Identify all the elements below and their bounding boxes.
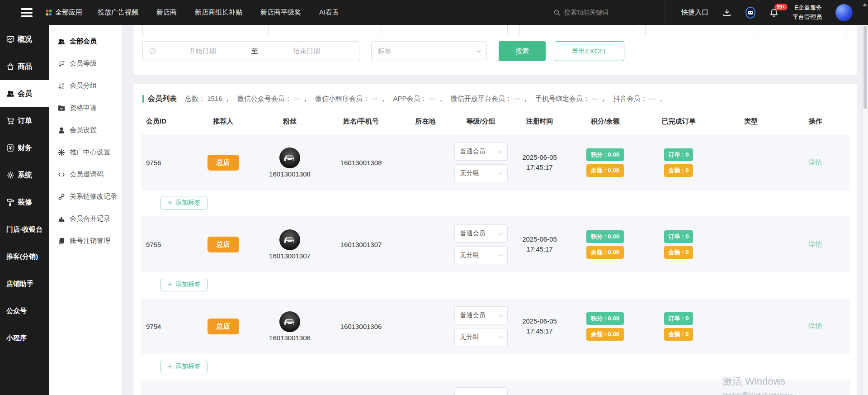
filter-input[interactable] xyxy=(394,25,508,35)
submenu-item-label: 会员等级 xyxy=(70,59,97,68)
date-range-picker[interactable]: 开始日期 至 结束日期 xyxy=(142,41,359,61)
orders-cell: 订单 : 0金额 : 0 xyxy=(640,230,717,259)
all-apps-button[interactable]: 全部应用 xyxy=(45,8,82,17)
navbar-menu-item-5[interactable]: AI看舌 xyxy=(319,8,339,17)
submenu-item-label: 推广中心设置 xyxy=(70,148,110,157)
add-tag-button[interactable]: 添加标签 xyxy=(160,360,208,373)
svg-text:Z: Z xyxy=(62,86,64,89)
submenu-item-关系链修改记录[interactable]: 关系链修改记录 xyxy=(49,186,122,208)
sidebar-item-装修[interactable]: 装修 xyxy=(0,189,49,216)
detail-link[interactable]: 详情 xyxy=(809,322,822,330)
sidebar-item-店铺助手[interactable]: 店铺助手 xyxy=(0,270,49,297)
group-select[interactable]: 无分组 xyxy=(454,328,508,346)
filter-input[interactable] xyxy=(142,25,256,35)
submenu-item-会员等级[interactable]: 会员等级 xyxy=(49,52,122,75)
column-header-推荐人: 推荐人 xyxy=(190,117,256,126)
filter-input[interactable] xyxy=(268,25,382,35)
filter-input[interactable] xyxy=(645,25,759,35)
chevron-down-icon xyxy=(498,171,504,176)
column-header-会员ID: 会员ID xyxy=(141,117,190,126)
sidebar-item-系统[interactable]: 系统 xyxy=(0,162,49,189)
add-tag-button[interactable]: 添加标签 xyxy=(160,278,208,291)
vertical-scrollbar[interactable] xyxy=(862,25,868,395)
submenu-item-会员邀请码[interactable]: 会员邀请码 xyxy=(49,163,122,186)
sidebar-item-小程序[interactable]: 小程序 xyxy=(0,324,49,352)
search-button[interactable]: 搜索 xyxy=(499,41,546,61)
tag-select[interactable]: 标签 xyxy=(371,41,487,61)
assistant-icon[interactable] xyxy=(745,8,755,18)
group-select-value: 无分组 xyxy=(460,333,479,341)
balance-badge: 余额 : 0.00 xyxy=(586,246,624,259)
tag-row: 添加标签 xyxy=(141,190,850,216)
sidebar-item-公众号[interactable]: 公众号 xyxy=(0,297,49,324)
member-avatar[interactable] xyxy=(279,229,300,250)
order-icon xyxy=(6,117,14,125)
navbar-menu-item-3[interactable]: 新店商组长补贴 xyxy=(195,8,242,17)
navbar-menu-item-1[interactable]: 投放广告视频 xyxy=(98,8,138,17)
tag-select-placeholder: 标签 xyxy=(378,47,392,56)
export-excel-button[interactable]: 导出EXCEL xyxy=(555,41,624,61)
group-select[interactable]: 无分组 xyxy=(454,164,508,182)
submenu-item-会员分组[interactable]: AZ会员分组 xyxy=(49,75,122,97)
system-icon xyxy=(6,171,14,179)
level-wrap: 普通会员无分组 xyxy=(453,306,509,346)
scrollbar-up-arrow[interactable] xyxy=(863,3,867,6)
level-group-cell: 普通会员无分组 xyxy=(453,224,509,264)
level-select[interactable]: 普通会员 xyxy=(454,143,508,161)
filter-input[interactable] xyxy=(771,25,848,35)
account-info[interactable]: E企盈服务 平台管理员 xyxy=(793,3,822,21)
goods-icon xyxy=(6,62,14,71)
all-apps-label: 全部应用 xyxy=(55,8,82,17)
group-select[interactable]: 无分组 xyxy=(454,246,508,264)
level-select[interactable]: 普通会员 xyxy=(454,224,508,243)
detail-link[interactable]: 详情 xyxy=(809,158,822,166)
notifications-bell-icon[interactable]: 99+ xyxy=(769,8,779,18)
submenu-item-全部会员[interactable]: 全部会员 xyxy=(49,30,122,52)
submenu-item-推广中心设置[interactable]: 推广中心设置 xyxy=(49,141,122,163)
sidebar-item-推客(分销)[interactable]: 推客(分销) xyxy=(0,243,49,270)
submenu-item-会员合并记录[interactable]: 会员合并记录 xyxy=(49,208,122,230)
detail-link[interactable]: 详情 xyxy=(809,240,822,248)
sidebar-item-门店-收银台[interactable]: 门店-收银台 xyxy=(0,216,49,243)
action-cell: 详情 xyxy=(785,158,846,167)
level-select[interactable] xyxy=(454,387,508,395)
overview-icon xyxy=(6,35,14,43)
search-icon xyxy=(553,9,561,16)
sidebar-item-订单[interactable]: 订单 xyxy=(0,107,49,134)
level-group-cell xyxy=(453,387,509,395)
submenu-item-会员设置[interactable]: 会员设置 xyxy=(49,119,122,141)
quick-entry-link[interactable]: 快捷入口 xyxy=(681,8,708,17)
tag-row: 添加标签 xyxy=(141,272,850,298)
column-header-注册时间: 注册时间 xyxy=(509,117,570,126)
submenu-item-label: 会员邀请码 xyxy=(70,170,104,179)
hamburger-menu-icon[interactable] xyxy=(21,6,33,19)
table-header-row: 会员ID推荐人粉丝姓名/手机号所在地等级/分组注册时间积分/余额已完成订单类型操… xyxy=(141,108,850,134)
amount-badge: 金额 : 0 xyxy=(664,246,693,259)
member-avatar[interactable] xyxy=(279,311,300,332)
scrollbar-thumb[interactable] xyxy=(863,26,867,109)
sidebar-item-财务[interactable]: 财务 xyxy=(0,134,49,162)
download-icon[interactable] xyxy=(722,8,732,18)
navbar-search[interactable]: 搜索功能关键词 xyxy=(545,0,666,25)
navbar-menu-item-4[interactable]: 新店商平级奖 xyxy=(260,8,301,17)
member-row-block: 9755总店1601300130716013001307普通会员无分组2025-… xyxy=(141,216,850,298)
submenu-item-label: 账号注销管理 xyxy=(70,237,110,245)
member-list-title: 会员列表 xyxy=(148,94,177,104)
navbar-menu-item-2[interactable]: 新店商 xyxy=(156,8,177,17)
top-navbar: 全部应用 投放广告视频新店商新店商组长补贴新店商平级奖AI看舌 搜索功能关键词 … xyxy=(0,0,868,25)
add-tag-button[interactable]: 添加标签 xyxy=(160,196,208,209)
submenu-item-账号注销管理[interactable]: 账号注销管理 xyxy=(49,230,122,252)
sidebar-item-商品[interactable]: 商品 xyxy=(0,53,49,80)
table-body: 9756总店1601300130816013001308普通会员无分组2025-… xyxy=(141,134,850,395)
sidebar-item-概况[interactable]: 概况 xyxy=(0,26,49,53)
fans-cell: 16013001307 xyxy=(256,229,324,260)
submenu-item-资格申请[interactable]: 资格申请 xyxy=(49,97,122,119)
member-row-block xyxy=(141,380,850,395)
sidebar-item-会员[interactable]: 会员 xyxy=(0,80,49,107)
filter-input[interactable] xyxy=(519,25,633,35)
user-icon xyxy=(58,127,65,134)
stat-微信开放平台会员: 微信开放平台会员： --- ， xyxy=(451,95,529,103)
member-avatar[interactable] xyxy=(279,148,300,168)
user-avatar[interactable] xyxy=(835,4,853,21)
level-select[interactable]: 普通会员 xyxy=(454,306,508,324)
